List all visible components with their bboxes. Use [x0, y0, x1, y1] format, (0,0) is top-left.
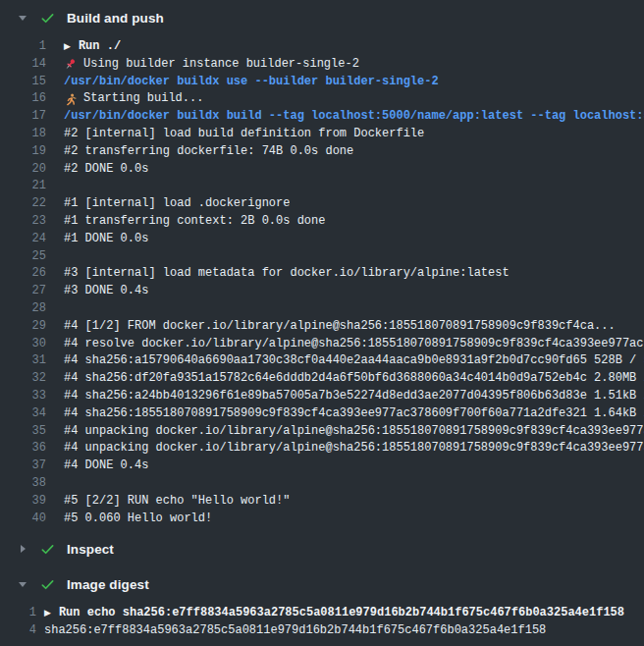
log-text-content: #4 [1/2] FROM docker.io/library/alpine@s… [64, 318, 616, 336]
log-line: 30#4 resolve docker.io/library/alpine@sh… [0, 336, 644, 353]
line-number-link[interactable]: 36 [0, 440, 46, 458]
run-command-line[interactable]: ▶Run echo sha256:e7ff8834a5963a2785c5a08… [36, 605, 624, 622]
log-line: 1▶Run echo sha256:e7ff8834a5963a2785c5a0… [0, 605, 644, 622]
line-number-link[interactable]: 16 [0, 90, 46, 108]
expand-arrow-icon: ▶ [64, 38, 71, 56]
line-number-link[interactable]: 34 [0, 405, 46, 423]
chevron-down-icon[interactable] [18, 13, 27, 23]
log-text-content: #1 DONE 0.0s [64, 231, 148, 248]
line-number-link[interactable]: 29 [0, 318, 46, 336]
line-number-link[interactable]: 35 [0, 423, 46, 441]
line-number-link[interactable]: 15 [0, 74, 46, 91]
log-text: #4 [1/2] FROM docker.io/library/alpine@s… [46, 318, 616, 336]
log-text: #3 [internal] load metadata for docker.i… [46, 265, 510, 283]
log-text: Starting build... [46, 90, 203, 108]
log-line: 36#4 unpacking docker.io/library/alpine@… [0, 440, 644, 458]
section-header-inspect[interactable]: Inspect [0, 531, 644, 566]
line-number-link[interactable]: 32 [0, 370, 46, 388]
line-number-link[interactable]: 1 [0, 605, 36, 622]
log-text-content: /usr/bin/docker buildx build --tag local… [64, 108, 644, 126]
log-text [46, 300, 64, 318]
log-text: #4 DONE 0.4s [46, 458, 148, 475]
line-number-link[interactable]: 22 [0, 195, 46, 213]
log-text: #4 resolve docker.io/library/alpine@sha2… [46, 336, 644, 353]
line-number-link[interactable]: 20 [0, 161, 46, 179]
section-log-lines: 1▶Run ./14Using builder instance builder… [0, 35, 644, 531]
log-line: 38 [0, 475, 644, 493]
line-number-link[interactable]: 4 [0, 622, 36, 640]
log-text-content: #2 DONE 0.0s [64, 161, 148, 179]
line-number-link[interactable]: 19 [0, 143, 46, 161]
log-line: 25 [0, 248, 644, 266]
runner-icon [64, 93, 77, 106]
log-line: 31#4 sha256:a15790640a6690aa1730c38cf0a4… [0, 352, 644, 370]
line-number-link[interactable]: 23 [0, 213, 46, 231]
log-text: #2 [internal] load build definition from… [46, 126, 424, 143]
log-text-content: #1 [internal] load .dockerignore [64, 195, 290, 213]
log-line: 28 [0, 300, 644, 318]
log-text: Using builder instance builder-single-2 [46, 56, 359, 74]
line-number-link[interactable]: 1 [0, 38, 46, 56]
workflow-log-viewer: Build and push 1▶Run ./14Using builder i… [0, 0, 644, 646]
log-text: #4 sha256:df20fa9351a15782c64e6dddb2d4a6… [46, 370, 644, 388]
log-text-content: Run echo sha256:e7ff8834a5963a2785c5a081… [59, 605, 624, 622]
chevron-down-icon[interactable] [18, 579, 27, 589]
log-text [46, 475, 64, 493]
chevron-right-icon[interactable] [18, 544, 27, 554]
log-text-content: #1 transferring context: 2B 0.0s done [64, 213, 325, 231]
log-line: 39#5 [2/2] RUN echo "Hello world!" [0, 493, 644, 511]
log-line: 40#5 0.060 Hello world! [0, 511, 644, 528]
log-text-content: /usr/bin/docker buildx use --builder bui… [64, 74, 439, 91]
line-number-link[interactable]: 26 [0, 265, 46, 283]
section-title: Inspect [67, 542, 114, 557]
line-number-link[interactable]: 17 [0, 108, 46, 126]
log-text-content: #2 transferring dockerfile: 74B 0.0s don… [64, 143, 353, 161]
log-text: #1 transferring context: 2B 0.0s done [46, 213, 325, 231]
line-number-link[interactable]: 21 [0, 178, 46, 195]
line-number-link[interactable]: 38 [0, 475, 46, 493]
log-text: #4 unpacking docker.io/library/alpine@sh… [46, 440, 644, 458]
section-inspect: Inspect [0, 531, 644, 566]
pushpin-icon [64, 58, 77, 71]
log-text-content: #4 sha256:a24bb4013296f61e89ba57005a7b3e… [64, 388, 644, 405]
line-number-link[interactable]: 18 [0, 126, 46, 143]
log-text-content: #4 sha256:a15790640a6690aa1730c38cf0a440… [64, 352, 644, 370]
log-text [46, 248, 64, 266]
log-line: 15/usr/bin/docker buildx use --builder b… [0, 74, 644, 91]
log-line: 18#2 [internal] load build definition fr… [0, 126, 644, 143]
log-text-content: #4 unpacking docker.io/library/alpine@sh… [64, 440, 644, 458]
line-number-link[interactable]: 40 [0, 511, 46, 528]
log-text-content: #4 resolve docker.io/library/alpine@sha2… [64, 336, 644, 353]
log-text-content: sha256:e7ff8834a5963a2785c5a0811e979d16b… [44, 622, 546, 640]
log-text: #2 DONE 0.0s [46, 161, 148, 179]
log-text-content: #4 DONE 0.4s [64, 458, 148, 475]
line-number-link[interactable]: 30 [0, 336, 46, 353]
run-command-line[interactable]: ▶Run ./ [46, 38, 121, 56]
log-text: #3 DONE 0.4s [46, 283, 148, 300]
log-line: 4sha256:e7ff8834a5963a2785c5a0811e979d16… [0, 622, 644, 640]
log-line: 23#1 transferring context: 2B 0.0s done [0, 213, 644, 231]
section-build-and-push: Build and push 1▶Run ./14Using builder i… [0, 0, 644, 531]
log-text: #4 sha256:a24bb4013296f61e89ba57005a7b3e… [46, 388, 644, 405]
log-line: 19#2 transferring dockerfile: 74B 0.0s d… [0, 143, 644, 161]
log-text-content: Run ./ [79, 38, 121, 56]
line-number-link[interactable]: 25 [0, 248, 46, 266]
log-text [46, 178, 64, 195]
log-text-content: #5 [2/2] RUN echo "Hello world!" [64, 493, 290, 511]
log-text: #2 transferring dockerfile: 74B 0.0s don… [46, 143, 353, 161]
log-text-content: #4 unpacking docker.io/library/alpine@sh… [64, 423, 644, 441]
line-number-link[interactable]: 31 [0, 352, 46, 370]
log-line: 35#4 unpacking docker.io/library/alpine@… [0, 423, 644, 441]
line-number-link[interactable]: 37 [0, 458, 46, 475]
line-number-link[interactable]: 33 [0, 388, 46, 405]
line-number-link[interactable]: 39 [0, 493, 46, 511]
log-text-content: Starting build... [83, 90, 203, 108]
section-header-build-and-push[interactable]: Build and push [0, 0, 644, 35]
line-number-link[interactable]: 28 [0, 300, 46, 318]
line-number-link[interactable]: 14 [0, 56, 46, 74]
line-number-link[interactable]: 24 [0, 231, 46, 248]
log-line: 34#4 sha256:185518070891758909c9f839cf4c… [0, 405, 644, 423]
section-header-image-digest[interactable]: Image digest [0, 566, 644, 602]
log-text-content: #2 [internal] load build definition from… [64, 126, 424, 143]
line-number-link[interactable]: 27 [0, 283, 46, 300]
